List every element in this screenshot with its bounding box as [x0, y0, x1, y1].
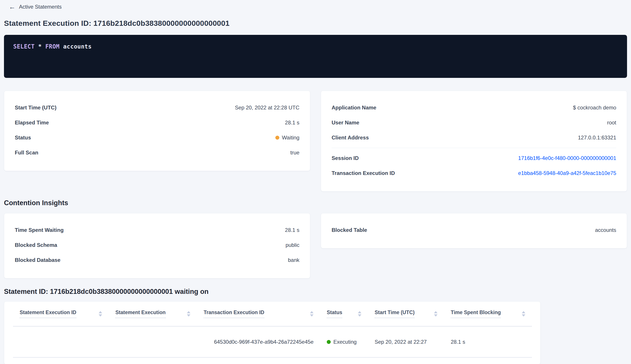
- status-row: Status Waiting: [15, 130, 300, 145]
- contention-cards-row: Time Spent Waiting 28.1 s Blocked Schema…: [4, 213, 627, 278]
- column-label: Statement Execution ID: [20, 310, 76, 318]
- sort-icon: [98, 311, 102, 316]
- column-header-start-time[interactable]: Start Time (UTC): [368, 302, 444, 326]
- sql-plain-star: *: [35, 43, 45, 50]
- cell-start-time: Sep 20, 2022 at 22:27: [368, 326, 444, 358]
- time-spent-waiting-row: Time Spent Waiting 28.1 s: [15, 222, 300, 238]
- session-id-value: 1716b1f6-4e0c-f480-0000-000000000001: [518, 155, 616, 161]
- card-divider: [332, 148, 616, 148]
- sort-icon: [434, 311, 438, 316]
- blocked-database-value: bank: [288, 257, 300, 263]
- table-header-row: Statement Execution ID Statement Executi…: [13, 302, 532, 326]
- blocked-table-row: Blocked Table accounts: [332, 222, 616, 238]
- contention-insights-heading: Contention Insights: [4, 199, 627, 207]
- sql-statement-box: SELECT * FROM accounts: [4, 35, 627, 78]
- sort-icon: [310, 311, 314, 316]
- sql-statement-text: SELECT * FROM accounts: [13, 43, 92, 50]
- transaction-execution-id-value: e1bba458-5948-40a9-a42f-5feac1b10e75: [518, 170, 616, 176]
- cell-statement-execution: [109, 326, 197, 358]
- column-header-statement-execution-id[interactable]: Statement Execution ID: [13, 302, 109, 326]
- blocked-table-label: Blocked Table: [332, 227, 367, 233]
- transaction-execution-id-row: Transaction Execution ID e1bba458-5948-4…: [332, 166, 616, 181]
- transaction-execution-id-link[interactable]: e1bba458-5948-40a9-a42f-5feac1b10e75: [518, 170, 616, 176]
- client-address-value: 127.0.0.1:63321: [578, 134, 616, 141]
- blocked-schema-row: Blocked Schema public: [15, 238, 300, 252]
- status-executing-dot-icon: [327, 340, 331, 344]
- cell-status: Executing: [320, 326, 368, 358]
- waiting-statements-table: Statement Execution ID Statement Executi…: [13, 302, 532, 358]
- sort-icon: [358, 311, 362, 316]
- column-header-statement-execution[interactable]: Statement Execution: [109, 302, 197, 326]
- column-label: Status: [327, 310, 342, 318]
- blocked-schema-value: public: [286, 242, 300, 248]
- full-scan-value: true: [290, 150, 300, 156]
- elapsed-time-label: Elapsed Time: [15, 120, 49, 126]
- status-value-text: Waiting: [282, 134, 300, 141]
- blocked-schema-label: Blocked Schema: [15, 242, 57, 248]
- column-label: Statement Execution: [116, 310, 166, 318]
- back-link-active-statements[interactable]: Active Statements: [19, 4, 62, 10]
- user-name-label: User Name: [332, 120, 359, 126]
- client-address-label: Client Address: [332, 134, 369, 141]
- status-label: Status: [15, 134, 31, 141]
- column-header-time-spent-blocking[interactable]: Time Spent Blocking: [444, 302, 532, 326]
- back-arrow-icon[interactable]: ←: [9, 4, 16, 10]
- cell-statement-execution-id: [13, 326, 109, 358]
- status-value: Waiting: [275, 134, 300, 141]
- cell-time-spent-blocking: 28.1 s: [444, 326, 532, 358]
- start-time-row: Start Time (UTC) Sep 20, 2022 at 22:28 U…: [15, 100, 300, 115]
- user-name-value: root: [607, 120, 616, 126]
- waiting-statements-table-card: Statement Execution ID Statement Executi…: [4, 301, 540, 364]
- elapsed-time-row: Elapsed Time 28.1 s: [15, 115, 300, 130]
- waiting-on-heading: Statement ID: 1716b218dc0b38380000000000…: [4, 288, 627, 296]
- start-time-label: Start Time (UTC): [15, 104, 56, 111]
- session-details-card: Application Name $ cockroach demo User N…: [321, 91, 627, 192]
- sql-keyword-select: SELECT: [13, 43, 35, 50]
- sql-plain-table: accounts: [60, 43, 92, 50]
- statement-execution-details-page: ← Active Statements Statement Execution …: [0, 0, 631, 364]
- column-label: Time Spent Blocking: [451, 310, 501, 318]
- blocked-table-value: accounts: [595, 227, 616, 233]
- blocked-database-row: Blocked Database bank: [15, 252, 300, 268]
- client-address-row: Client Address 127.0.0.1:63321: [332, 130, 616, 145]
- cell-status-text: Executing: [333, 339, 356, 345]
- session-id-link[interactable]: 1716b1f6-4e0c-f480-0000-000000000001: [518, 155, 616, 161]
- time-spent-waiting-value: 28.1 s: [285, 227, 300, 233]
- full-scan-row: Full Scan true: [15, 145, 300, 160]
- execution-details-card: Start Time (UTC) Sep 20, 2022 at 22:28 U…: [4, 91, 310, 171]
- blocked-table-card: Blocked Table accounts: [321, 213, 627, 248]
- column-header-transaction-execution-id[interactable]: Transaction Execution ID: [197, 302, 320, 326]
- start-time-value: Sep 20, 2022 at 22:28 UTC: [235, 104, 300, 111]
- cell-transaction-execution-id: 64530d0c-969f-437e-a9b4-26a72245e45e: [197, 326, 320, 358]
- contention-waiting-card: Time Spent Waiting 28.1 s Blocked Schema…: [4, 213, 310, 278]
- session-id-label: Session ID: [332, 155, 359, 161]
- sort-icon: [522, 311, 525, 316]
- application-name-label: Application Name: [332, 104, 376, 111]
- sort-icon: [187, 311, 190, 316]
- sql-keyword-from: FROM: [45, 43, 60, 50]
- session-id-row: Session ID 1716b1f6-4e0c-f480-0000-00000…: [332, 151, 616, 166]
- breadcrumb: ← Active Statements: [9, 4, 627, 10]
- status-waiting-dot-icon: [275, 136, 279, 140]
- full-scan-label: Full Scan: [15, 150, 38, 156]
- table-row: 64530d0c-969f-437e-a9b4-26a72245e45e Exe…: [13, 326, 532, 358]
- transaction-execution-id-label: Transaction Execution ID: [332, 170, 395, 176]
- column-label: Start Time (UTC): [375, 310, 414, 318]
- application-name-value: $ cockroach demo: [573, 104, 616, 111]
- user-name-row: User Name root: [332, 115, 616, 130]
- column-header-status[interactable]: Status: [320, 302, 368, 326]
- application-name-row: Application Name $ cockroach demo: [332, 100, 616, 115]
- column-label: Transaction Execution ID: [204, 310, 264, 318]
- blocked-database-label: Blocked Database: [15, 257, 60, 263]
- page-title: Statement Execution ID: 1716b218dc0b3838…: [4, 19, 627, 28]
- time-spent-waiting-label: Time Spent Waiting: [15, 227, 64, 233]
- details-cards-row: Start Time (UTC) Sep 20, 2022 at 22:28 U…: [4, 91, 627, 192]
- elapsed-time-value: 28.1 s: [285, 120, 300, 126]
